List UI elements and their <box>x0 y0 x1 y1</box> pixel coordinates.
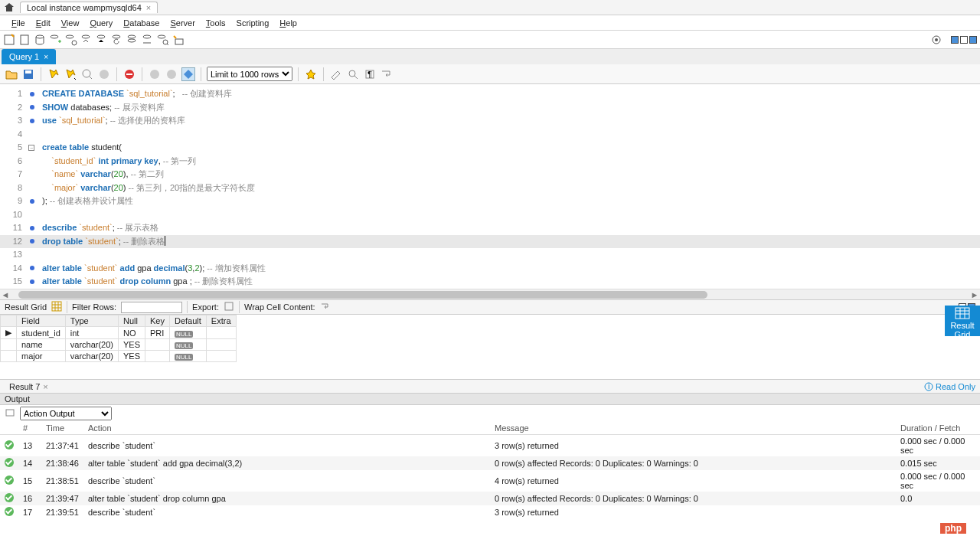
menu-item[interactable]: Server <box>165 18 200 28</box>
horizontal-scrollbar[interactable]: ◄ ► <box>0 289 980 299</box>
column-header[interactable]: Type <box>65 315 118 327</box>
code-line[interactable]: 15alter table `student` drop column gpa … <box>0 275 980 289</box>
close-icon[interactable]: × <box>43 382 47 391</box>
db-search-icon[interactable] <box>156 33 170 47</box>
db-3-icon[interactable] <box>141 33 155 47</box>
table-row[interactable]: majorvarchar(20)YESNULL <box>1 351 237 362</box>
db-2-icon[interactable] <box>126 33 139 47</box>
svg-rect-28 <box>52 302 61 311</box>
editor-toolbar: Limit to 1000 rows ¶ <box>0 64 980 84</box>
menu-item[interactable]: View <box>56 18 85 28</box>
column-header[interactable]: Null <box>119 315 145 327</box>
wrap-icon[interactable] <box>380 67 394 81</box>
action-output-select[interactable]: Action Output <box>20 407 112 420</box>
db-out-icon[interactable] <box>95 33 109 47</box>
svg-point-24 <box>167 70 176 79</box>
export-icon[interactable] <box>224 301 234 313</box>
output-row[interactable]: 1421:38:46alter table `student` add gpa … <box>0 456 980 470</box>
output-row[interactable]: 1321:37:41describe `student`3 row(s) ret… <box>0 434 980 456</box>
db-sql-icon[interactable] <box>34 33 47 47</box>
new-sql-tab-icon[interactable] <box>3 33 17 47</box>
column-header[interactable]: Field <box>17 315 66 327</box>
instance-tab[interactable]: Local instance wampmysqld64 × <box>20 2 158 13</box>
code-line[interactable]: 7 `name` varchar(20), -- 第二列 <box>0 168 980 181</box>
close-icon[interactable]: × <box>44 53 48 61</box>
filter-rows-input[interactable] <box>121 302 182 313</box>
svg-point-31 <box>925 383 933 391</box>
db-plus-icon[interactable] <box>49 33 63 47</box>
home-icon[interactable] <box>3 2 15 14</box>
close-icon[interactable]: × <box>146 3 151 12</box>
commit-icon[interactable] <box>148 67 162 81</box>
execute-icon[interactable] <box>47 67 60 81</box>
code-line[interactable]: 4 <box>0 128 980 142</box>
db-gear-icon[interactable] <box>64 33 78 47</box>
layout-mid-icon[interactable] <box>960 36 968 44</box>
menu-item[interactable]: Help <box>274 18 302 28</box>
output-icon[interactable] <box>5 407 15 420</box>
menu-item[interactable]: Database <box>118 18 165 28</box>
grid-icon[interactable] <box>51 301 62 313</box>
column-header[interactable]: Default <box>170 315 207 327</box>
table-row[interactable]: ▶student_idintNOPRINULL <box>1 327 237 339</box>
stop-icon[interactable] <box>97 67 111 81</box>
menu-item[interactable]: Tools <box>201 18 231 28</box>
col-message: Message <box>490 422 896 434</box>
svg-point-6 <box>82 35 90 38</box>
table-row[interactable]: namevarchar(20)YESNULL <box>1 339 237 351</box>
code-line[interactable]: 11describe `student`; -- 展示表格 <box>0 221 980 235</box>
result-tab[interactable]: Result 7 × <box>5 382 53 391</box>
menu-item[interactable]: Query <box>84 18 118 28</box>
column-header[interactable]: Key <box>145 315 170 327</box>
new-file-icon[interactable] <box>18 33 32 47</box>
save-icon[interactable] <box>21 67 35 81</box>
output-row[interactable]: 1721:39:51describe `student`3 row(s) ret… <box>0 505 980 519</box>
code-line[interactable]: 1CREATE DATABASE `sql_tutorial`; -- 创建资料… <box>0 87 980 101</box>
limit-rows-select[interactable]: Limit to 1000 rows <box>207 67 292 81</box>
menu-item[interactable]: Scripting <box>231 18 275 28</box>
explain-icon[interactable] <box>80 67 94 81</box>
query-tabs: Query 1 × <box>0 49 980 64</box>
menu-item[interactable]: File <box>6 18 31 28</box>
rollback-icon[interactable] <box>165 67 178 81</box>
code-line[interactable]: 8 `major` varchar(20) -- 第三列，20指的是最大字符长度 <box>0 181 980 195</box>
output-row[interactable]: 1621:39:47alter table `student` drop col… <box>0 492 980 505</box>
result-grid-table[interactable]: FieldTypeNullKeyDefaultExtra ▶student_id… <box>0 315 237 362</box>
wrap-cell-icon[interactable] <box>320 301 331 313</box>
code-line[interactable]: 3use `sql_tutorial`; -- 选择使用的资料库 <box>0 114 980 128</box>
code-line[interactable]: 14alter table `student` add gpa decimal(… <box>0 262 980 276</box>
beautify-icon[interactable] <box>329 67 343 81</box>
invisible-icon[interactable]: ¶ <box>363 67 377 81</box>
db-in-icon[interactable] <box>80 33 93 47</box>
code-line[interactable]: 9); -- 创建表格并设计属性 <box>0 194 980 208</box>
scroll-right-icon[interactable]: ► <box>969 290 980 299</box>
no-limit-icon[interactable] <box>122 67 136 81</box>
layout-right-icon[interactable] <box>969 36 977 44</box>
find-icon[interactable] <box>346 67 360 81</box>
output-row[interactable]: 1521:38:51describe `student`4 row(s) ret… <box>0 470 980 492</box>
code-line[interactable]: 5−create table student( <box>0 141 980 155</box>
result-grid-side-button[interactable]: Result Grid <box>945 306 980 336</box>
code-line[interactable]: 2SHOW databases; -- 展示资料库 <box>0 101 980 115</box>
execute-cursor-icon[interactable] <box>64 67 77 81</box>
query-tab[interactable]: Query 1 × <box>2 49 56 64</box>
svg-point-25 <box>349 70 355 77</box>
output-toolbar: Action Output <box>0 405 980 422</box>
column-header[interactable]: Extra <box>206 315 236 327</box>
svg-point-20 <box>100 70 109 79</box>
code-editor[interactable]: 1CREATE DATABASE `sql_tutorial`; -- 创建资料… <box>0 84 980 289</box>
db-refresh-icon[interactable] <box>110 33 124 47</box>
code-line[interactable]: 6 `student_id` int primary key, -- 第一列 <box>0 155 980 168</box>
code-line[interactable]: 13 <box>0 248 980 262</box>
settings-icon[interactable] <box>929 33 943 47</box>
code-line[interactable]: 10 <box>0 208 980 222</box>
scroll-handle[interactable] <box>18 291 707 299</box>
open-file-icon[interactable] <box>5 67 18 81</box>
layout-left-icon[interactable] <box>951 36 959 44</box>
star-icon[interactable] <box>304 67 318 81</box>
db-new-icon[interactable] <box>172 33 185 47</box>
autocommit-icon[interactable] <box>181 67 195 81</box>
menu-item[interactable]: Edit <box>31 18 56 28</box>
code-line[interactable]: 12drop table `student`; -- 删除表格 <box>0 235 980 249</box>
scroll-left-icon[interactable]: ◄ <box>0 290 11 299</box>
